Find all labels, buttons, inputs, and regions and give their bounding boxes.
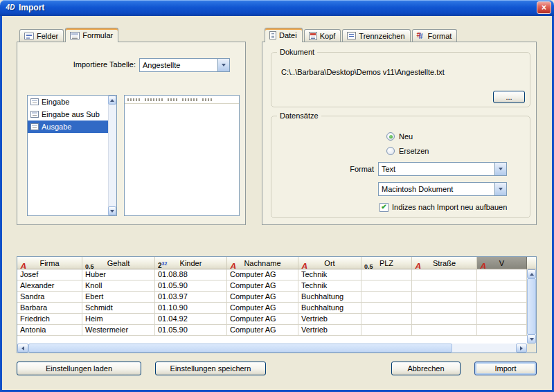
list-item-label: Eingabe aus Sub (42, 110, 100, 118)
table-cell (361, 303, 412, 313)
scroll-up-button[interactable] (527, 269, 536, 278)
column-header-firma[interactable]: A Firma (17, 257, 82, 269)
horizontal-scrollbar[interactable] (17, 344, 527, 353)
radio-ersetzen[interactable]: Ersetzen (386, 146, 429, 156)
platform-combo[interactable]: Macintosh Dokument (378, 182, 507, 196)
scroll-left-button[interactable] (17, 344, 28, 353)
table-cell: Huber (82, 269, 155, 280)
scroll-up-button[interactable] (108, 96, 116, 105)
table-cell: 01.03.97 (155, 292, 227, 302)
tab-format[interactable]: Format (412, 29, 458, 42)
table-cell: 01.05.90 (155, 325, 227, 335)
radio-selected-icon (386, 132, 395, 141)
table-row[interactable]: Sandra Ebert 01.03.97 Computer AG Buchha… (17, 292, 527, 303)
table-row[interactable]: Barbara Schmidt 01.10.90 Computer AG Buc… (17, 303, 527, 314)
table-row[interactable]: Alexander Knoll 01.05.90 Computer AG Tec… (17, 280, 527, 292)
radio-label: Ersetzen (399, 147, 429, 155)
scrollbar-thumb[interactable] (28, 344, 452, 353)
4d-app-icon: 4D (5, 2, 16, 13)
cancel-button[interactable]: Abbrechen (391, 362, 461, 375)
preview-mark (182, 98, 197, 101)
tab-datei[interactable]: Datei (265, 28, 303, 42)
import-table-combo[interactable]: Angestellte (139, 58, 230, 72)
column-header-nachname[interactable]: A Nachname (227, 257, 298, 269)
alpha-field-icon: A (230, 258, 236, 269)
column-header-strasse[interactable]: A Straße (412, 257, 477, 269)
table-cell (412, 303, 477, 313)
rebuild-indexes-checkbox[interactable]: ✔ Indizes nach Import neu aufbauen (379, 202, 507, 212)
form-list: Eingabe Eingabe aus Sub Ausgabe (27, 95, 117, 216)
column-header-label: PLZ (379, 259, 393, 267)
table-cell (412, 292, 477, 302)
table-row[interactable]: Friedrich Heim 01.04.92 Computer AG Vert… (17, 314, 527, 325)
table-cell (361, 269, 412, 280)
table-cell: Computer AG (227, 269, 298, 280)
arrow-left-icon (21, 346, 24, 350)
table-cell: Knoll (82, 280, 155, 291)
column-header-plz[interactable]: 0.5 PLZ (361, 257, 412, 269)
close-icon: × (542, 3, 546, 12)
browse-button[interactable]: ... (493, 91, 525, 103)
list-item-label: Eingabe (42, 98, 69, 106)
column-header-v[interactable]: A V (477, 257, 527, 269)
column-header-ort[interactable]: A Ort (298, 257, 361, 269)
save-settings-button[interactable]: Einstellungen speichern (155, 362, 266, 375)
list-item-eingabe-aus-sub[interactable]: Eingabe aus Sub (28, 108, 108, 121)
document-path: C:\..\Barbara\Desktop\Demos v11\Angestel… (281, 68, 445, 76)
scroll-right-button[interactable] (516, 344, 527, 353)
preview-mark (127, 98, 140, 101)
table-cell: Computer AG (227, 292, 298, 302)
table-cell (412, 314, 477, 324)
table-cell: 01.10.90 (155, 303, 227, 313)
column-header-kinder[interactable]: 232 Kinder (155, 257, 227, 269)
scroll-down-button[interactable] (108, 206, 116, 215)
radio-neu[interactable]: Neu (386, 132, 413, 141)
real-field-icon: 0.5 (364, 259, 373, 269)
combo-arrow-button (217, 59, 229, 71)
combo-value: Macintosh Dokument (379, 183, 494, 195)
list-item-ausgabe[interactable]: Ausgabe (28, 121, 108, 133)
table-cell (361, 280, 412, 291)
list-item-eingabe[interactable]: Eingabe (28, 96, 108, 108)
tab-trennzeichen[interactable]: Trennzeichen (342, 29, 410, 42)
column-header-gehalt[interactable]: 0.5 Gehalt (82, 257, 155, 269)
table-row[interactable]: Antonia Westermeier 01.05.90 Computer AG… (17, 325, 527, 336)
tab-label: Trennzeichen (359, 32, 404, 40)
scrollbar-thumb[interactable] (527, 278, 536, 335)
window-title: Import (19, 3, 44, 12)
table-cell: Westermeier (82, 325, 155, 335)
separator-icon (347, 32, 356, 39)
table-cell (477, 314, 527, 324)
tab-felder[interactable]: Felder (19, 29, 64, 42)
document-group: Dokument C:\..\Barbara\Desktop\Demos v11… (271, 52, 530, 107)
browse-button-label: ... (506, 93, 512, 101)
import-button[interactable]: Import (474, 362, 537, 375)
tab-kopf[interactable]: Kopf (304, 29, 341, 42)
table-cell: 01.08.88 (155, 269, 227, 280)
close-button[interactable]: × (537, 1, 551, 14)
titlebar[interactable]: 4D Import × (0, 0, 554, 16)
table-body: Josef Huber 01.08.88 Computer AG Technik… (17, 269, 527, 336)
load-settings-button[interactable]: Einstellungen laden (17, 362, 141, 375)
fields-icon (24, 33, 34, 39)
file-panel: Dokument C:\..\Barbara\Desktop\Demos v11… (262, 42, 537, 225)
chevron-down-icon (499, 188, 503, 190)
table-cell: Alexander (17, 280, 82, 291)
alpha-field-icon: A (301, 258, 307, 269)
import-table-label: Importiere Tabelle: (53, 60, 136, 69)
format-combo[interactable]: Text (378, 162, 507, 176)
format-label: Format (316, 165, 374, 173)
table-cell: Vertrieb (298, 325, 361, 335)
preview-table: A Firma 0.5 Gehalt 232 Kinder A Nachname… (17, 256, 537, 353)
scroll-down-button[interactable] (527, 335, 536, 344)
vertical-scrollbar[interactable] (527, 269, 536, 344)
radio-dot (389, 135, 393, 139)
list-scrollbar[interactable] (108, 96, 116, 215)
arrow-up-icon (110, 99, 114, 102)
column-header-label: V (499, 259, 504, 267)
records-group: Datensätze Neu Ersetzen Format Text Maci… (271, 116, 530, 218)
table-row[interactable]: Josef Huber 01.08.88 Computer AG Technik (17, 269, 527, 280)
longint-field-icon: 232 (158, 258, 167, 269)
column-header-label: Kinder (180, 259, 202, 267)
tab-formular[interactable]: Formular (65, 28, 118, 42)
